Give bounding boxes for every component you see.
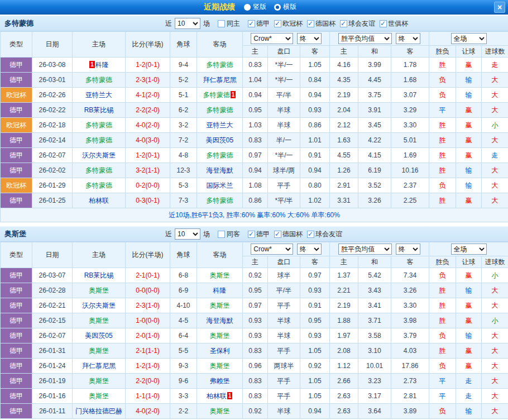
league-filter[interactable]: 德国杯 <box>274 230 303 239</box>
home-team-cell: 多特蒙德 <box>73 133 126 148</box>
europe-draw-odds: 3.23 <box>358 374 391 389</box>
checkbox-icon[interactable] <box>274 231 281 238</box>
asia-handicap: 平手 <box>268 178 300 193</box>
layout-option-vertical[interactable]: 竖版 <box>244 2 266 12</box>
team-label: 多特蒙德 <box>207 197 233 204</box>
checkbox-icon[interactable] <box>307 231 314 238</box>
asia-away-odds: 0.93 <box>300 328 330 343</box>
team-label: RB莱比锡 <box>84 106 114 114</box>
europe-draw-odds: 3.91 <box>358 103 391 118</box>
checkbox-icon[interactable] <box>380 20 387 27</box>
league-type-badge: 德甲 <box>1 148 32 163</box>
match-score: 4-0(2-0) <box>126 118 170 133</box>
away-team-cell: 国际米兰 <box>197 178 243 193</box>
match-row: 德甲26-02-28奥斯堡0-0(0-0)6-9科隆0.95平/半0.932.2… <box>1 283 508 298</box>
close-icon[interactable]: × <box>494 2 505 13</box>
layout-option-horizontal[interactable]: 横版 <box>274 2 296 12</box>
league-filter-label: 德甲 <box>256 230 270 239</box>
match-count-select[interactable]: 10 <box>175 228 200 240</box>
checkbox-icon[interactable] <box>218 20 225 27</box>
league-filter[interactable]: 世俱杯 <box>380 19 408 28</box>
team-label: 门兴格拉德巴赫 <box>75 407 122 415</box>
away-team-cell: 奥斯堡 <box>197 328 243 343</box>
team-label: 沃尔夫斯堡 <box>82 302 116 309</box>
checkbox-icon[interactable] <box>274 20 281 27</box>
team-label: 美因茨05 <box>206 136 233 144</box>
match-result: 胜 <box>429 118 456 133</box>
league-filter[interactable]: 球会友谊 <box>340 19 375 28</box>
match-date: 26-03-08 <box>32 58 73 73</box>
match-row: 德甲26-01-16奥斯堡1-1(1-0)3-3柏林联10.83平手1.052.… <box>1 389 508 404</box>
checkbox-icon[interactable] <box>340 20 347 27</box>
asia-handicap: 半球 <box>268 118 300 133</box>
match-date: 26-02-07 <box>32 148 73 163</box>
match-scope-select[interactable]: 全场 <box>451 33 487 44</box>
match-score: 3-2(1-1) <box>126 163 170 178</box>
europe-average-select[interactable]: 胜平负均值 <box>338 33 392 44</box>
radio-selected-icon[interactable] <box>274 4 281 11</box>
handicap-result: 赢 <box>456 268 482 283</box>
league-filter[interactable]: 德甲 <box>248 19 270 28</box>
home-team-cell: 多特蒙德 <box>73 163 126 178</box>
asia-final-select[interactable]: 终 <box>297 244 322 255</box>
asia-home-odds: 0.86 <box>243 193 268 208</box>
asia-handicap: 半球 <box>268 313 300 328</box>
checkbox-icon[interactable] <box>248 231 255 238</box>
europe-draw-odds: 4.22 <box>358 133 391 148</box>
match-row: 德甲26-02-02多特蒙德3-2(1-1)12-3海登海默0.94球半/两0.… <box>1 163 508 178</box>
match-result: 胜 <box>429 58 456 73</box>
home-team-cell: 奥斯堡 <box>73 283 126 298</box>
asia-away-odds: 0.93 <box>300 103 330 118</box>
asia-final-select[interactable]: 终 <box>297 33 322 44</box>
europe-draw-odds: 3.64 <box>358 404 391 419</box>
bookmaker-select[interactable]: Crow* <box>251 244 293 255</box>
column-header-sub: 主 <box>243 46 268 58</box>
match-row: 德甲26-03-081科隆1-2(0-1)9-4多特蒙德0.83*半/一1.05… <box>1 58 508 73</box>
asia-handicap: 球半 <box>268 268 300 283</box>
same-venue-filter[interactable]: 同客 <box>218 230 240 239</box>
match-row: 德甲26-02-07沃尔夫斯堡1-2(0-1)4-8多特蒙德0.97*半/一0.… <box>1 148 508 163</box>
column-header-type: 类型 <box>1 242 32 268</box>
team-label: 多特蒙德 <box>207 106 233 114</box>
team-name: 多特蒙德 <box>4 18 165 28</box>
europe-home-odds: 3.31 <box>330 193 358 208</box>
checkbox-icon[interactable] <box>248 20 255 27</box>
league-filter[interactable]: 德国杯 <box>307 19 336 28</box>
summary-row: 近10场,胜6平1负3, 胜率:60% 赢率:60% 大:60% 单率:60% <box>1 208 508 222</box>
league-filter[interactable]: 德甲 <box>248 230 270 239</box>
handicap-result: 赢 <box>456 313 482 328</box>
column-header-type: 类型 <box>1 32 32 58</box>
bookmaker-select[interactable]: Crow* <box>251 33 293 44</box>
window-title: 近期战绩 <box>204 2 235 12</box>
europe-final-select[interactable]: 终 <box>396 244 420 255</box>
europe-draw-odds: 3.52 <box>358 178 391 193</box>
column-header-date: 日期 <box>32 32 73 58</box>
europe-home-odds: 2.19 <box>330 298 358 313</box>
corner-count: 2-2 <box>170 404 197 419</box>
radio-icon[interactable] <box>244 4 251 11</box>
away-team-cell: 多特蒙德 <box>197 103 243 118</box>
europe-draw-odds: 4.45 <box>358 73 391 88</box>
match-date: 26-01-29 <box>32 178 73 193</box>
league-filters: 德甲德国杯球会友谊 <box>248 230 344 239</box>
match-score: 2-2(0-0) <box>126 374 170 389</box>
match-score: 2-3(1-0) <box>126 298 170 313</box>
league-filter[interactable]: 球会友谊 <box>307 230 342 239</box>
same-venue-filter[interactable]: 同主 <box>218 19 240 28</box>
team-label: 亚特兰大 <box>207 121 233 129</box>
team-label: 多特蒙德 <box>85 136 112 144</box>
europe-average-select[interactable]: 胜平负均值 <box>338 244 392 255</box>
europe-final-select[interactable]: 终 <box>396 33 420 44</box>
red-card-badge: 1 <box>231 91 236 98</box>
match-score: 2-0(1-0) <box>126 328 170 343</box>
goals-result: 大 <box>482 328 508 343</box>
team-name: 奥斯堡 <box>4 229 165 239</box>
match-scope-select[interactable]: 全场 <box>451 244 487 255</box>
checkbox-icon[interactable] <box>307 20 314 27</box>
league-filter[interactable]: 欧冠杯 <box>274 19 303 28</box>
corner-count: 5-5 <box>170 343 197 359</box>
checkbox-icon[interactable] <box>218 231 225 238</box>
handicap-result: 赢 <box>456 118 482 133</box>
asia-handicap: 半球 <box>268 404 300 419</box>
match-count-select[interactable]: 10 <box>175 18 200 29</box>
